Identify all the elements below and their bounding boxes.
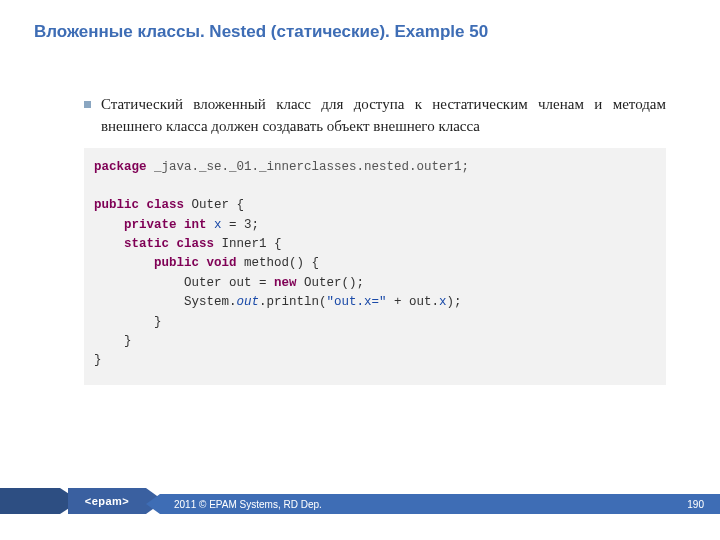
code-static-ref: out bbox=[237, 295, 260, 309]
slide-body: Статический вложенный класс для доступа … bbox=[84, 94, 666, 385]
code-text bbox=[94, 237, 124, 251]
epam-logo-text: <epam> bbox=[68, 488, 146, 514]
code-field: x bbox=[439, 295, 447, 309]
bullet-item: Статический вложенный класс для доступа … bbox=[84, 94, 666, 138]
code-text: } bbox=[94, 334, 132, 348]
code-text: ); bbox=[447, 295, 462, 309]
code-text: System. bbox=[94, 295, 237, 309]
code-text: Inner1 { bbox=[214, 237, 282, 251]
code-keyword: package bbox=[94, 160, 147, 174]
code-text: Outer(); bbox=[297, 276, 365, 290]
code-text: } bbox=[94, 315, 162, 329]
copyright-text: 2011 © EPAM Systems, RD Dep. bbox=[174, 499, 322, 510]
code-text: _java._se._01._innerclasses.nested.outer… bbox=[147, 160, 470, 174]
bullet-text: Статический вложенный класс для доступа … bbox=[101, 94, 666, 138]
code-text bbox=[94, 256, 154, 270]
footer-bar: 2011 © EPAM Systems, RD Dep. 190 bbox=[160, 494, 720, 514]
code-text: Outer { bbox=[184, 198, 244, 212]
code-field: x bbox=[214, 218, 222, 232]
code-keyword: private int bbox=[124, 218, 207, 232]
code-keyword: public void bbox=[154, 256, 237, 270]
code-text bbox=[94, 218, 124, 232]
footer-accent bbox=[0, 488, 60, 514]
code-text bbox=[207, 218, 215, 232]
code-keyword: public class bbox=[94, 198, 184, 212]
epam-logo: <epam> bbox=[68, 488, 146, 514]
code-string: "out.x=" bbox=[327, 295, 387, 309]
code-text: .println( bbox=[259, 295, 327, 309]
slide-title: Вложенные классы. Nested (статические). … bbox=[34, 22, 686, 42]
code-text: Outer out = bbox=[94, 276, 274, 290]
code-text: = 3; bbox=[222, 218, 260, 232]
code-text: + out. bbox=[387, 295, 440, 309]
footer: <epam> 2011 © EPAM Systems, RD Dep. 190 bbox=[0, 488, 720, 514]
code-keyword: static class bbox=[124, 237, 214, 251]
slide: Вложенные классы. Nested (статические). … bbox=[0, 0, 720, 540]
code-keyword: new bbox=[274, 276, 297, 290]
code-text: } bbox=[94, 353, 102, 367]
page-number: 190 bbox=[687, 494, 704, 514]
code-block: package _java._se._01._innerclasses.nest… bbox=[84, 148, 666, 385]
bullet-icon bbox=[84, 101, 91, 108]
code-text: method() { bbox=[237, 256, 320, 270]
